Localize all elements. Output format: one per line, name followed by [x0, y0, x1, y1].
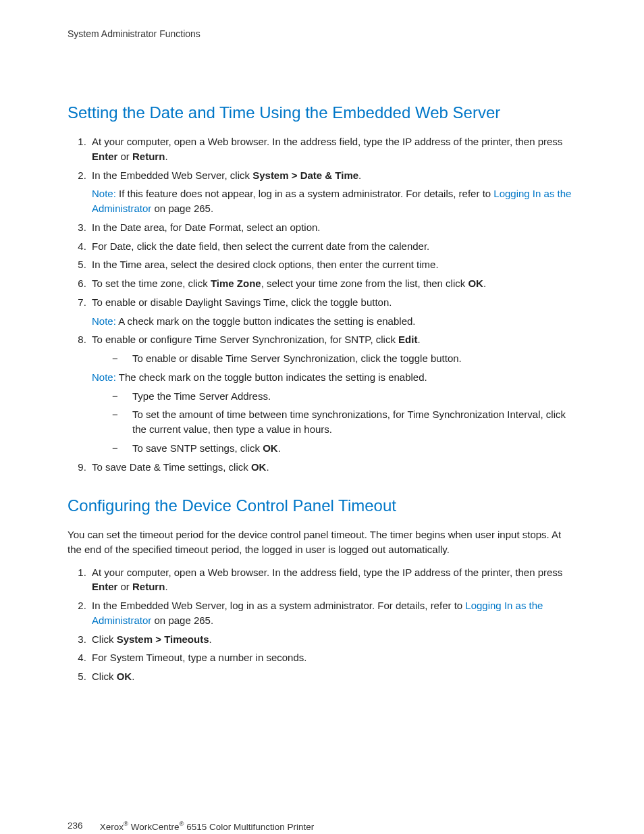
note-label: Note:: [92, 188, 116, 199]
header-section-label: System Administrator Functions: [68, 27, 576, 41]
bold-text: OK: [263, 442, 278, 454]
footer-text: Xerox® WorkCentre® 6515 Color Multifunct…: [100, 819, 315, 834]
text: .: [278, 442, 281, 454]
text: .: [165, 581, 167, 592]
section1-steps: At your computer, open a Web browser. In…: [68, 134, 576, 474]
bold-text: Edit: [398, 334, 417, 345]
note-label: Note:: [92, 315, 116, 327]
sub-list: To enable or disable Time Server Synchro…: [92, 351, 576, 366]
sub-list-item: To save SNTP settings, click OK.: [112, 441, 576, 456]
text: .: [358, 170, 361, 181]
section1-title: Setting the Date and Time Using the Embe…: [68, 101, 576, 125]
text: To enable or disable Daylight Savings Ti…: [92, 296, 392, 308]
bold-text: OK: [251, 461, 267, 473]
note-block: Note: A check mark on the toggle button …: [92, 314, 576, 329]
list-item: To set the time zone, click Time Zone, s…: [89, 276, 576, 291]
text: WorkCentre: [128, 821, 180, 831]
list-item: For System Timeout, type a number in sec…: [89, 650, 576, 665]
bold-text: Time Zone: [211, 278, 261, 289]
bold-text: OK: [117, 671, 132, 682]
sub-list: Type the Time Server Address. To set the…: [92, 389, 576, 456]
text: or: [117, 151, 132, 162]
text: Xerox: [100, 821, 124, 831]
note-label: Note:: [92, 371, 116, 383]
bold-text: System > Date & Time: [252, 170, 358, 181]
text: In the Embedded Web Server, click: [92, 170, 252, 181]
list-item: To enable or disable Daylight Savings Ti…: [89, 295, 576, 329]
sub-list-item: To enable or disable Time Server Synchro…: [112, 351, 576, 366]
bold-text: System > Timeouts: [117, 633, 209, 645]
text: or: [117, 581, 132, 592]
text: At your computer, open a Web browser. In…: [92, 136, 562, 147]
text: on page 265.: [151, 203, 213, 214]
list-item: In the Time area, select the desired clo…: [89, 257, 576, 272]
text: .: [483, 278, 486, 289]
bold-text: Return: [132, 151, 165, 162]
text: , select your time zone from the list, t…: [261, 278, 468, 289]
section2-intro: You can set the timeout period for the d…: [68, 527, 576, 557]
sub-list-item: Type the Time Server Address.: [112, 389, 576, 404]
text: To enable or configure Time Server Synch…: [92, 334, 398, 345]
bold-text: Return: [132, 581, 165, 592]
text: To save Date & Time settings, click: [92, 461, 251, 473]
section2-title: Configuring the Device Control Panel Tim…: [68, 494, 576, 518]
bold-text: Enter: [92, 151, 117, 162]
text: Click: [92, 633, 117, 645]
list-item: In the Embedded Web Server, click System…: [89, 168, 576, 216]
list-item: Click System > Timeouts.: [89, 632, 576, 647]
list-item: To save Date & Time settings, click OK.: [89, 460, 576, 475]
list-item: For Date, click the date field, then sel…: [89, 239, 576, 254]
note-block: Note: The check mark on the toggle butto…: [92, 370, 576, 385]
text: The check mark on the toggle button indi…: [116, 371, 427, 383]
section2-steps: At your computer, open a Web browser. In…: [68, 565, 576, 684]
list-item: In the Date area, for Date Format, selec…: [89, 220, 576, 235]
text: .: [132, 671, 134, 682]
text: .: [165, 151, 167, 162]
text: .: [266, 461, 269, 473]
note-block: Note: If this feature does not appear, l…: [92, 186, 576, 216]
text: If this feature does not appear, log in …: [116, 188, 493, 199]
text: Click: [92, 671, 117, 682]
text: A check mark on the toggle button indica…: [116, 315, 416, 327]
text: To set the time zone, click: [92, 278, 211, 289]
bold-text: OK: [468, 278, 483, 289]
registered-mark: ®: [180, 820, 184, 827]
list-item: At your computer, open a Web browser. In…: [89, 134, 576, 164]
text: .: [417, 334, 420, 345]
list-item: To enable or configure Time Server Synch…: [89, 332, 576, 455]
text: To save SNTP settings, click: [132, 442, 263, 454]
text: In the Embedded Web Server, log in as a …: [92, 600, 465, 611]
list-item: At your computer, open a Web browser. In…: [89, 565, 576, 595]
text: on page 265.: [151, 615, 213, 626]
bold-text: Enter: [92, 581, 117, 592]
registered-mark: ®: [124, 820, 128, 827]
sub-list-item: To set the amount of time between time s…: [112, 407, 576, 437]
list-item: In the Embedded Web Server, log in as a …: [89, 598, 576, 628]
text: At your computer, open a Web browser. In…: [92, 567, 562, 578]
text: 6515 Color Multifunction Printer: [184, 821, 315, 831]
text: .: [209, 633, 212, 645]
page-footer: 236 Xerox® WorkCentre® 6515 Color Multif…: [68, 819, 576, 834]
page-number: 236: [68, 819, 97, 833]
list-item: Click OK.: [89, 669, 576, 684]
